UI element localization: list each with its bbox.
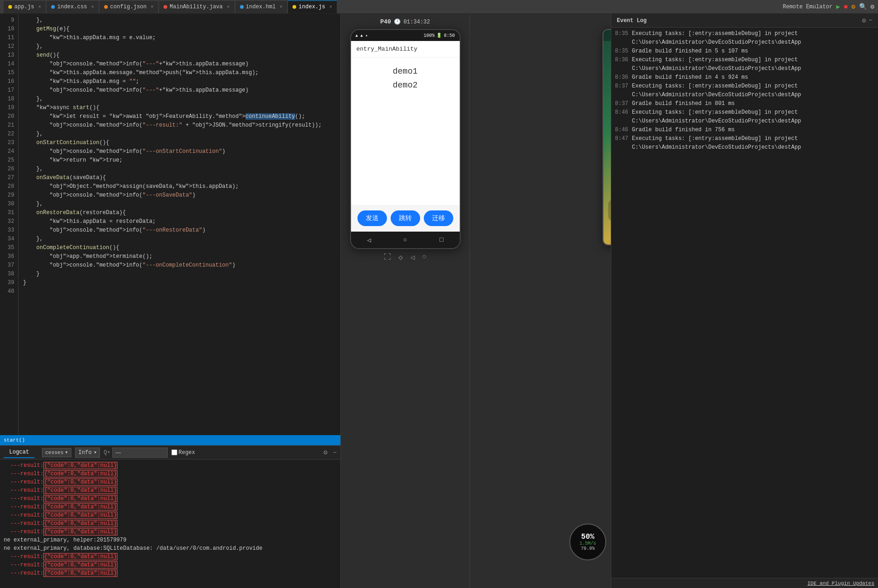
console-line-1: ---result:{"code":0,"data":null}	[4, 470, 337, 478]
event-line-5: 8:37Gradle build finished in 801 ms	[615, 99, 874, 108]
phone-content: demo1 demo2	[351, 58, 460, 205]
event-text: Gradle build finished in 756 ms	[632, 126, 735, 134]
console-line-9: ne external_primary, helper:201579979	[4, 536, 337, 544]
tab-main-ability[interactable]: MainAbility.java×	[159, 0, 234, 13]
tabs-area: app.js×index.css×config.json×MainAbility…	[4, 0, 337, 13]
code-line-29: "obj">console."method">info("---onSaveDa…	[23, 191, 336, 200]
speed-download: 70.9%	[581, 546, 595, 551]
code-line-27: onSaveData(saveData){	[23, 174, 336, 182]
tab-app-js[interactable]: app.js×	[4, 0, 46, 13]
search-prefix-icon: Q+	[104, 449, 110, 456]
top-bar: app.js×index.css×config.json×MainAbility…	[0, 0, 878, 14]
event-line-4: 8:37Executing tasks: [:entry:assembleDeb…	[615, 82, 874, 99]
phone-ctrl-home[interactable]: ○	[422, 253, 427, 262]
code-line-20: "kw">let result = "kw">await "obj">Featu…	[23, 112, 336, 121]
event-time: 8:37	[615, 82, 628, 99]
phone-home-nav[interactable]: ○	[403, 236, 407, 244]
event-line-8: 8:47Executing tasks: [:entry:assembleDeb…	[615, 134, 874, 152]
event-text: Gradle build finished in 4 s 924 ms	[632, 73, 748, 82]
event-time: 8:37	[615, 99, 628, 108]
console-line-0: ---result:{"code":0,"data":null}	[4, 461, 337, 470]
code-line-17: "obj">console."method">info("---"+"kw">t…	[23, 86, 336, 95]
code-line-15: "kw">this.appData.message."method">push(…	[23, 69, 336, 77]
ide-plugin-updates-label[interactable]: IDE and Plugin Updates	[808, 581, 874, 586]
bottom-status-bar: IDE and Plugin Updates	[611, 578, 878, 588]
run-icon[interactable]: ▶	[836, 3, 840, 11]
phone-recents-nav[interactable]: □	[439, 236, 443, 244]
code-line-33: "obj">console."method">info("---onRestor…	[23, 226, 336, 235]
search-icon[interactable]: 🔍	[859, 3, 867, 11]
phone-status-bar: ▲ ▲ ✦ 100% 🔋 8:50	[351, 30, 460, 41]
console-line-4: ---result:{"code":0,"data":null}	[4, 495, 337, 503]
bottom-toolbar: Logcat cesses ▾ Info ▾ Q+ Regex	[0, 446, 340, 460]
console-content[interactable]: ---result:{"code":0,"data":null} ---resu…	[0, 460, 340, 588]
log-filter-input[interactable]	[112, 448, 168, 458]
status-text: start()	[4, 437, 25, 443]
event-time: 8:46	[615, 108, 628, 126]
code-content[interactable]: }, getMsg(e){ "kw">this.appData.msg = e.…	[18, 14, 340, 435]
event-log-controls: ⚙ −	[862, 17, 872, 24]
code-line-28: "obj">Object."method">assign(saveData,"k…	[23, 182, 336, 191]
regex-checkbox-label[interactable]: Regex	[171, 449, 195, 456]
event-time: 8:35	[615, 29, 628, 47]
phone-ctrl-back[interactable]: ◁	[410, 253, 415, 262]
minimize-console-icon[interactable]: −	[333, 449, 337, 456]
phone-ctrl-diamond[interactable]: ◇	[398, 253, 403, 262]
phone-device: ▲ ▲ ✦ 100% 🔋 8:50 entry_MainAbility demo…	[350, 29, 461, 249]
phone-jump-btn[interactable]: 跳转	[391, 210, 420, 226]
tab-config-json[interactable]: config.json×	[100, 0, 158, 13]
code-line-25: "kw">return "kw">true;	[23, 156, 336, 165]
top-bar-right: Remote Emulator ▶ ■ ⚙ 🔍 ⚙	[783, 3, 874, 11]
console-line-7: ---result:{"code":0,"data":null}	[4, 519, 337, 528]
debug-icon[interactable]: ⚙	[851, 3, 855, 11]
stop-icon[interactable]: ■	[844, 3, 848, 11]
phone-ctrl-screenshot[interactable]: ⛶	[384, 253, 391, 262]
settings-icon[interactable]: ⚙	[871, 3, 874, 11]
panel-tabs: Logcat	[4, 447, 35, 458]
console-line-10: ne external_primary, database:SQLiteData…	[4, 544, 337, 553]
code-editor[interactable]: 9101112131415161718192021222324252627282…	[0, 14, 340, 435]
phone-demo1: demo1	[392, 67, 417, 76]
event-text: Executing tasks: [:entry:assembleDebug] …	[632, 108, 874, 126]
console-line-6: ---result:{"code":0,"data":null}	[4, 511, 337, 519]
code-line-26: },	[23, 165, 336, 174]
phone-status-right: 100% 🔋 8:50	[423, 33, 455, 38]
clock-icon: 🕐	[394, 18, 401, 25]
event-line-0: 8:35Executing tasks: [:entry:assembleDeb…	[615, 29, 874, 47]
console-line-13: ---result:{"code":0,"data":null}	[4, 569, 337, 577]
code-line-12: },	[23, 42, 336, 51]
event-time: 8:35	[615, 47, 628, 56]
phone-back-nav[interactable]: ◁	[367, 236, 371, 244]
code-line-13: send(){	[23, 51, 336, 60]
status-bar: start()	[0, 435, 340, 445]
log-level-dropdown[interactable]: Info ▾	[75, 448, 100, 458]
tab-index-css[interactable]: index.css×	[47, 0, 99, 13]
speed-percent: 50%	[581, 533, 595, 541]
settings-console-icon[interactable]: ⚙	[323, 448, 327, 456]
event-line-1: 8:35Gradle build finished in 5 s 107 ms	[615, 47, 874, 56]
event-time: 8:46	[615, 126, 628, 134]
event-log-header: Event Log ⚙ −	[611, 14, 878, 28]
event-time: 8:47	[615, 134, 628, 152]
event-log-content[interactable]: 8:35Executing tasks: [:entry:assembleDeb…	[611, 28, 878, 578]
code-line-16: "kw">this.appData.msg = "";	[23, 77, 336, 86]
code-line-32: "kw">this.appData = restoreData;	[23, 217, 336, 226]
tab-logcat[interactable]: Logcat	[4, 447, 35, 458]
tab-index-js[interactable]: index.js×	[288, 0, 337, 13]
event-log-settings-icon[interactable]: ⚙	[862, 17, 866, 24]
event-log-minimize-icon[interactable]: −	[869, 17, 872, 24]
phone-battery-label: 100%	[423, 33, 434, 38]
processes-dropdown[interactable]: cesses ▾	[42, 448, 71, 457]
bottom-panel: Logcat cesses ▾ Info ▾ Q+ Regex	[0, 445, 340, 588]
phone-emulator: P40 🕐 01:34:32 ▲ ▲ ✦ 100% 🔋 8:50	[341, 14, 470, 588]
phone-app-title: entry_MainAbility	[357, 46, 418, 52]
code-line-36: "obj">app."method">terminate();	[23, 252, 336, 261]
event-text: Executing tasks: [:entry:assembleDebug] …	[632, 56, 874, 73]
event-line-3: 8:36Gradle build finished in 4 s 924 ms	[615, 73, 874, 82]
tab-index-hml[interactable]: index.hml×	[235, 0, 287, 13]
regex-checkbox[interactable]	[171, 449, 177, 455]
phone-migrate-btn[interactable]: 迁移	[424, 210, 453, 226]
log-level-label: Info	[78, 449, 92, 456]
code-line-39: }	[23, 279, 336, 287]
phone-send-btn[interactable]: 发送	[357, 210, 387, 226]
